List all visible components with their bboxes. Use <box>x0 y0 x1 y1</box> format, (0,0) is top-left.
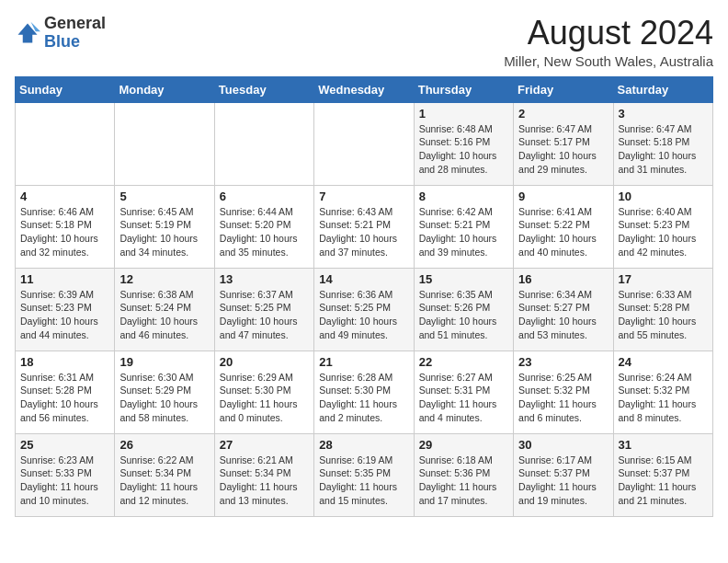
calendar-cell: 9Sunrise: 6:41 AM Sunset: 5:22 PM Daylig… <box>514 185 613 268</box>
day-info: Sunrise: 6:31 AM Sunset: 5:28 PM Dayligh… <box>20 371 109 425</box>
week-row-4: 18Sunrise: 6:31 AM Sunset: 5:28 PM Dayli… <box>16 350 713 433</box>
calendar-cell: 23Sunrise: 6:25 AM Sunset: 5:32 PM Dayli… <box>514 350 613 433</box>
day-info: Sunrise: 6:21 AM Sunset: 5:34 PM Dayligh… <box>220 454 309 508</box>
calendar-table: SundayMondayTuesdayWednesdayThursdayFrid… <box>15 76 713 517</box>
calendar-cell: 25Sunrise: 6:23 AM Sunset: 5:33 PM Dayli… <box>16 433 115 516</box>
location-label: Miller, New South Wales, Australia <box>504 53 713 69</box>
calendar-cell: 4Sunrise: 6:46 AM Sunset: 5:18 PM Daylig… <box>16 185 115 268</box>
calendar-cell <box>115 102 214 185</box>
day-number: 11 <box>20 272 109 286</box>
calendar-cell: 10Sunrise: 6:40 AM Sunset: 5:23 PM Dayli… <box>613 185 712 268</box>
day-number: 12 <box>119 272 209 286</box>
day-info: Sunrise: 6:17 AM Sunset: 5:37 PM Dayligh… <box>518 454 608 508</box>
weekday-header-wednesday: Wednesday <box>314 76 414 102</box>
calendar-cell: 7Sunrise: 6:43 AM Sunset: 5:21 PM Daylig… <box>314 185 414 268</box>
day-number: 9 <box>518 190 608 203</box>
calendar-cell: 15Sunrise: 6:35 AM Sunset: 5:26 PM Dayli… <box>414 268 513 350</box>
week-row-3: 11Sunrise: 6:39 AM Sunset: 5:23 PM Dayli… <box>16 268 713 350</box>
calendar-cell: 22Sunrise: 6:27 AM Sunset: 5:31 PM Dayli… <box>414 350 513 433</box>
day-number: 20 <box>220 355 309 369</box>
calendar-cell: 27Sunrise: 6:21 AM Sunset: 5:34 PM Dayli… <box>214 433 313 516</box>
weekday-header-row: SundayMondayTuesdayWednesdayThursdayFrid… <box>16 76 713 102</box>
day-info: Sunrise: 6:34 AM Sunset: 5:27 PM Dayligh… <box>518 288 608 342</box>
day-info: Sunrise: 6:40 AM Sunset: 5:23 PM Dayligh… <box>619 205 708 259</box>
calendar-cell: 31Sunrise: 6:15 AM Sunset: 5:37 PM Dayli… <box>613 433 712 516</box>
calendar-cell <box>214 102 313 185</box>
calendar-cell: 24Sunrise: 6:24 AM Sunset: 5:32 PM Dayli… <box>613 350 712 433</box>
calendar-cell: 17Sunrise: 6:33 AM Sunset: 5:28 PM Dayli… <box>613 268 712 350</box>
day-number: 4 <box>20 190 109 203</box>
day-number: 25 <box>20 438 109 452</box>
day-info: Sunrise: 6:46 AM Sunset: 5:18 PM Dayligh… <box>20 205 109 259</box>
calendar-cell: 29Sunrise: 6:18 AM Sunset: 5:36 PM Dayli… <box>414 433 513 516</box>
weekday-header-saturday: Saturday <box>613 76 712 102</box>
day-number: 7 <box>319 190 408 203</box>
logo-blue: Blue <box>44 32 80 51</box>
calendar-cell <box>314 102 414 185</box>
day-info: Sunrise: 6:30 AM Sunset: 5:29 PM Dayligh… <box>119 371 209 425</box>
day-info: Sunrise: 6:36 AM Sunset: 5:25 PM Dayligh… <box>319 288 408 342</box>
calendar-cell: 6Sunrise: 6:44 AM Sunset: 5:20 PM Daylig… <box>214 185 313 268</box>
calendar-cell: 2Sunrise: 6:47 AM Sunset: 5:17 PM Daylig… <box>514 102 613 185</box>
day-info: Sunrise: 6:23 AM Sunset: 5:33 PM Dayligh… <box>20 454 109 508</box>
calendar-cell: 11Sunrise: 6:39 AM Sunset: 5:23 PM Dayli… <box>16 268 115 350</box>
day-number: 24 <box>619 355 708 369</box>
day-number: 8 <box>419 190 508 203</box>
day-number: 1 <box>419 107 508 121</box>
day-info: Sunrise: 6:19 AM Sunset: 5:35 PM Dayligh… <box>319 454 408 508</box>
day-number: 30 <box>518 438 608 452</box>
day-number: 16 <box>518 272 608 286</box>
day-number: 21 <box>319 355 408 369</box>
calendar-cell: 3Sunrise: 6:47 AM Sunset: 5:18 PM Daylig… <box>613 102 712 185</box>
day-number: 6 <box>220 190 309 203</box>
day-info: Sunrise: 6:18 AM Sunset: 5:36 PM Dayligh… <box>419 454 508 508</box>
logo-icon <box>15 20 40 46</box>
weekday-header-tuesday: Tuesday <box>214 76 313 102</box>
week-row-5: 25Sunrise: 6:23 AM Sunset: 5:33 PM Dayli… <box>16 433 713 516</box>
day-info: Sunrise: 6:47 AM Sunset: 5:17 PM Dayligh… <box>518 122 608 177</box>
day-info: Sunrise: 6:41 AM Sunset: 5:22 PM Dayligh… <box>518 205 608 259</box>
calendar-cell: 26Sunrise: 6:22 AM Sunset: 5:34 PM Dayli… <box>115 433 214 516</box>
calendar-cell: 13Sunrise: 6:37 AM Sunset: 5:25 PM Dayli… <box>214 268 313 350</box>
title-block: August 2024 Miller, New South Wales, Aus… <box>504 15 713 69</box>
calendar-cell: 12Sunrise: 6:38 AM Sunset: 5:24 PM Dayli… <box>115 268 214 350</box>
calendar-cell: 5Sunrise: 6:45 AM Sunset: 5:19 PM Daylig… <box>115 185 214 268</box>
day-number: 22 <box>419 355 508 369</box>
calendar-cell: 30Sunrise: 6:17 AM Sunset: 5:37 PM Dayli… <box>514 433 613 516</box>
week-row-2: 4Sunrise: 6:46 AM Sunset: 5:18 PM Daylig… <box>16 185 713 268</box>
calendar-cell: 28Sunrise: 6:19 AM Sunset: 5:35 PM Dayli… <box>314 433 414 516</box>
day-number: 19 <box>119 355 209 369</box>
day-info: Sunrise: 6:22 AM Sunset: 5:34 PM Dayligh… <box>119 454 209 508</box>
day-number: 2 <box>518 107 608 121</box>
calendar-cell: 21Sunrise: 6:28 AM Sunset: 5:30 PM Dayli… <box>314 350 414 433</box>
weekday-header-friday: Friday <box>514 76 613 102</box>
day-number: 28 <box>319 438 408 452</box>
calendar-cell: 19Sunrise: 6:30 AM Sunset: 5:29 PM Dayli… <box>115 350 214 433</box>
day-number: 18 <box>20 355 109 369</box>
calendar-cell: 20Sunrise: 6:29 AM Sunset: 5:30 PM Dayli… <box>214 350 313 433</box>
day-number: 26 <box>119 438 209 452</box>
calendar-cell <box>16 102 115 185</box>
day-number: 13 <box>220 272 309 286</box>
weekday-header-monday: Monday <box>115 76 214 102</box>
day-number: 10 <box>619 190 708 203</box>
calendar-cell: 1Sunrise: 6:48 AM Sunset: 5:16 PM Daylig… <box>414 102 513 185</box>
logo-general: General <box>44 14 106 32</box>
day-number: 3 <box>619 107 708 121</box>
day-number: 23 <box>518 355 608 369</box>
weekday-header-sunday: Sunday <box>16 76 115 102</box>
day-info: Sunrise: 6:25 AM Sunset: 5:32 PM Dayligh… <box>518 371 608 425</box>
week-row-1: 1Sunrise: 6:48 AM Sunset: 5:16 PM Daylig… <box>16 102 713 185</box>
calendar-cell: 16Sunrise: 6:34 AM Sunset: 5:27 PM Dayli… <box>514 268 613 350</box>
day-info: Sunrise: 6:39 AM Sunset: 5:23 PM Dayligh… <box>20 288 109 342</box>
day-info: Sunrise: 6:42 AM Sunset: 5:21 PM Dayligh… <box>419 205 508 259</box>
day-info: Sunrise: 6:29 AM Sunset: 5:30 PM Dayligh… <box>220 371 309 425</box>
weekday-header-thursday: Thursday <box>414 76 513 102</box>
day-info: Sunrise: 6:37 AM Sunset: 5:25 PM Dayligh… <box>220 288 309 342</box>
day-info: Sunrise: 6:35 AM Sunset: 5:26 PM Dayligh… <box>419 288 508 342</box>
day-info: Sunrise: 6:47 AM Sunset: 5:18 PM Dayligh… <box>619 122 708 177</box>
day-info: Sunrise: 6:24 AM Sunset: 5:32 PM Dayligh… <box>619 371 708 425</box>
calendar-cell: 18Sunrise: 6:31 AM Sunset: 5:28 PM Dayli… <box>16 350 115 433</box>
month-year-title: August 2024 <box>504 15 713 52</box>
day-info: Sunrise: 6:45 AM Sunset: 5:19 PM Dayligh… <box>119 205 209 259</box>
